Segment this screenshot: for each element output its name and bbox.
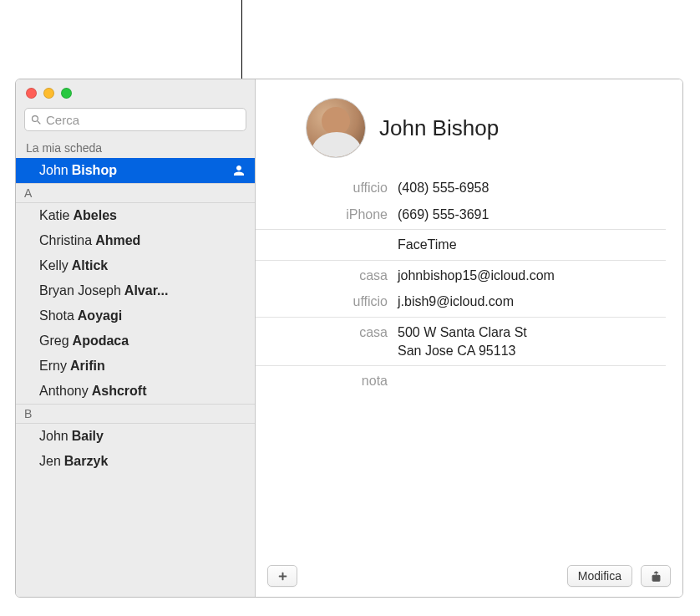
note-label: nota: [256, 372, 398, 390]
address-value[interactable]: 500 W Santa Clara St San Jose CA 95113: [398, 323, 666, 359]
email-value[interactable]: j.bish9@icloud.com: [398, 293, 666, 311]
search-input[interactable]: Cerca: [24, 108, 246, 131]
window-controls: [26, 88, 72, 99]
contact-name-heading: John Bishop: [379, 115, 499, 141]
list-item[interactable]: Bryan Joseph Alvar...: [16, 278, 255, 303]
contact-detail-pane: John Bishop ufficio (408) 555-6958 iPhon…: [256, 79, 682, 597]
phone-row: iPhone (669) 555-3691: [256, 201, 666, 228]
facetime-value[interactable]: FaceTime: [398, 236, 666, 254]
email-row: ufficio j.bish9@icloud.com: [256, 288, 666, 315]
phone-value[interactable]: (669) 555-3691: [398, 206, 666, 224]
share-button[interactable]: [641, 565, 671, 587]
contact-last-name: Bishop: [72, 163, 117, 178]
list-item[interactable]: Jen Barzyk: [16, 449, 255, 474]
svg-rect-0: [652, 575, 660, 581]
phone-row: ufficio (408) 555-6958: [256, 175, 666, 201]
section-letter: B: [16, 404, 255, 423]
note-row: nota: [256, 368, 666, 395]
contact-first-name: John: [39, 163, 68, 178]
search-placeholder: Cerca: [46, 113, 79, 127]
section-letter: A: [16, 183, 255, 202]
list-item[interactable]: Katie Abeles: [16, 203, 255, 228]
my-card-row[interactable]: John Bishop: [16, 158, 255, 183]
contacts-sidebar: Cerca La mia scheda John Bishop A Katie …: [16, 79, 256, 597]
me-card-icon: [231, 163, 246, 178]
list-item[interactable]: Erny Arifin: [16, 354, 255, 379]
list-item[interactable]: Christina Ahmed: [16, 228, 255, 253]
detail-footer: Modifica: [256, 557, 682, 597]
close-window-button[interactable]: [26, 88, 37, 99]
address-row: casa 500 W Santa Clara St San Jose CA 95…: [256, 319, 666, 364]
search-icon: [30, 114, 43, 126]
add-contact-button[interactable]: [267, 565, 297, 587]
email-value[interactable]: johnbishop15@icloud.com: [398, 267, 666, 285]
list-item[interactable]: Greg Apodaca: [16, 328, 255, 354]
plus-icon: [276, 570, 289, 583]
list-item[interactable]: Anthony Ashcroft: [16, 379, 255, 404]
edit-button[interactable]: Modifica: [567, 565, 632, 587]
edit-button-label: Modifica: [578, 569, 621, 583]
list-item[interactable]: Kelly Altick: [16, 253, 255, 278]
list-item[interactable]: John Baily: [16, 424, 255, 449]
minimize-window-button[interactable]: [43, 88, 54, 99]
field-label: ufficio: [256, 179, 398, 197]
my-card-section-label: La mia scheda: [16, 138, 255, 158]
field-label: iPhone: [256, 206, 398, 224]
contacts-window: Cerca La mia scheda John Bishop A Katie …: [15, 79, 683, 598]
zoom-window-button[interactable]: [61, 88, 72, 99]
email-row: casa johnbishop15@icloud.com: [256, 262, 666, 289]
field-label: ufficio: [256, 293, 398, 311]
list-item[interactable]: Shota Aoyagi: [16, 303, 255, 328]
share-icon: [650, 570, 662, 583]
field-label: casa: [256, 323, 398, 342]
facetime-row: FaceTime: [256, 232, 666, 258]
avatar[interactable]: [306, 98, 366, 158]
field-label: casa: [256, 267, 398, 285]
phone-value[interactable]: (408) 555-6958: [398, 179, 666, 197]
